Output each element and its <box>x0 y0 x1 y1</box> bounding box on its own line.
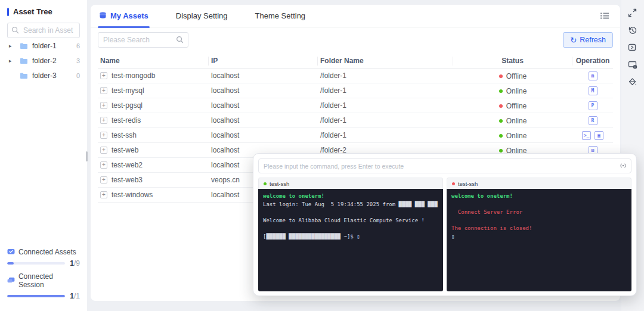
asset-folder: /folder-1 <box>318 71 453 80</box>
tree-item-folder-3[interactable]: folder-3 0 <box>0 68 87 83</box>
pgsql-op-icon[interactable]: P <box>589 101 597 110</box>
asset-name: test-web <box>112 146 138 154</box>
connected-dot <box>264 182 267 185</box>
recent-list-icon[interactable] <box>600 11 609 20</box>
terminal-pane-header[interactable]: test-ssh <box>258 178 443 189</box>
asset-ip: localhost <box>209 116 318 125</box>
asset-folder: /folder-1 <box>318 131 453 139</box>
stat-value: 1/9 <box>70 259 80 268</box>
folder-count: 6 <box>76 42 80 49</box>
folder-icon <box>20 42 28 49</box>
expand-row-icon[interactable]: + <box>100 72 107 79</box>
column-header-operation: Operation <box>572 57 613 66</box>
table-row: +test-ssh localhost /folder-1 Online >_▣ <box>98 128 613 143</box>
sidebar-resize-handle[interactable] <box>86 151 88 161</box>
connected-assets-label: Connected Assets <box>7 248 80 256</box>
table-row: +test-pgsql localhost /folder-1 Offline … <box>98 98 613 113</box>
terminal-line: Last login: Tue Aug 5 19:34:55 2025 from… <box>263 201 438 209</box>
terminal-op-icon[interactable]: >_ <box>582 131 591 140</box>
mongodb-op-icon[interactable]: m <box>589 71 597 80</box>
tree-item-folder-2[interactable]: ▸ folder-2 3 <box>0 53 87 68</box>
stat-value: 1/1 <box>70 292 80 300</box>
expand-row-icon[interactable]: + <box>100 176 107 184</box>
expand-row-icon[interactable]: + <box>100 87 107 94</box>
sidebar-title-text: Asset Tree <box>13 7 52 16</box>
asset-name: test-ssh <box>112 131 137 139</box>
table-row: +test-mongodb localhost /folder-1 Offlin… <box>98 69 613 83</box>
folder-label[interactable]: folder-1 <box>32 42 57 50</box>
error-dot <box>452 182 455 185</box>
connected-session-icon <box>7 277 15 284</box>
column-header-ip: IP <box>209 57 318 66</box>
telnet-op-icon[interactable]: ▣ <box>595 131 603 140</box>
asset-tree-sidebar: Asset Tree ▸ folder-1 6 ▸ folder-2 3 <box>0 0 87 311</box>
terminal-line: ▯ <box>451 233 627 241</box>
terminal-pane-header[interactable]: test-ssh <box>447 178 631 189</box>
terminal-title: test-ssh <box>458 181 478 187</box>
mysql-op-icon[interactable]: M <box>589 86 597 95</box>
expand-row-icon[interactable]: + <box>100 102 107 109</box>
tree-item-folder-1[interactable]: ▸ folder-1 6 <box>0 38 87 53</box>
oneterm-workspace: Asset Tree ▸ folder-1 6 ▸ folder-2 3 <box>0 0 644 311</box>
asset-folder: /folder-1 <box>318 101 453 110</box>
asset-name: test-pgsql <box>112 101 143 110</box>
expand-row-icon[interactable]: + <box>100 161 107 169</box>
tab-theme-setting[interactable]: Theme Setting <box>255 5 306 27</box>
terminal-line: The connection is closed! <box>451 225 627 233</box>
folder-count: 0 <box>76 72 80 79</box>
connected-assets-progress: 1/9 <box>7 259 80 268</box>
connected-session-progress: 1/1 <box>7 292 80 300</box>
tab-display-setting[interactable]: Display Setting <box>176 5 228 27</box>
redis-op-icon[interactable]: R <box>589 116 597 125</box>
table-row: +test-redis localhost /folder-1 Online R <box>98 113 613 128</box>
terminal-line <box>451 217 627 225</box>
terminal-line <box>263 209 438 217</box>
table-search-input[interactable] <box>98 32 188 48</box>
progress-fill <box>7 295 65 297</box>
status-badge: Online <box>499 117 527 125</box>
table-header: Name IP Folder Name Status Operation <box>98 54 613 69</box>
asset-ip: localhost <box>209 131 318 139</box>
asset-name: test-web2 <box>112 161 143 169</box>
terminal-line <box>451 201 627 209</box>
terminal-screen[interactable]: welcome to oneterm! Last login: Tue Aug … <box>258 189 443 291</box>
folder-label[interactable]: folder-2 <box>32 57 57 65</box>
caret-right-icon[interactable]: ▸ <box>9 58 15 64</box>
broadcast-icon[interactable] <box>619 161 627 170</box>
terminal-screen[interactable]: welcome to oneterm! Connect Server Error… <box>447 189 631 291</box>
terminal-line: welcome to oneterm! <box>263 192 438 201</box>
expand-row-icon[interactable]: + <box>100 191 107 198</box>
caret-right-icon[interactable]: ▸ <box>9 43 15 49</box>
terminal-line: [██████ ████████████████ ~]$ ▯ <box>263 233 438 241</box>
expand-row-icon[interactable]: + <box>100 132 107 139</box>
online-dot <box>499 149 503 153</box>
column-header-status: Status <box>453 57 572 66</box>
fullscreen-icon[interactable] <box>628 8 637 18</box>
expand-row-icon[interactable]: + <box>100 117 107 124</box>
progress-fill <box>7 262 14 265</box>
folder-icon <box>20 72 28 79</box>
terminal-pane-1: test-ssh welcome to oneterm! Last login:… <box>258 178 443 291</box>
folder-label[interactable]: folder-3 <box>32 71 57 80</box>
connected-session-label: Connected Session <box>7 272 80 289</box>
terminal-line: Connect Server Error <box>451 209 627 217</box>
terminal-panes: test-ssh welcome to oneterm! Last login:… <box>258 178 631 291</box>
new-window-icon[interactable] <box>628 43 637 52</box>
refresh-button[interactable]: ↻ Refresh <box>563 32 613 48</box>
expand-row-icon[interactable]: + <box>100 147 107 154</box>
tab-label: Display Setting <box>176 11 228 20</box>
theme-bucket-icon[interactable] <box>628 77 637 87</box>
session-history-icon[interactable] <box>628 26 637 35</box>
column-header-name: Name <box>98 57 209 66</box>
status-badge: Online <box>499 132 527 140</box>
online-dot <box>499 119 503 123</box>
sidebar-title: Asset Tree <box>7 7 87 16</box>
asset-ip: localhost <box>209 86 318 95</box>
multi-terminal-window: test-ssh welcome to oneterm! Last login:… <box>253 153 637 296</box>
display-settings-icon[interactable] <box>628 60 637 70</box>
terminal-line: welcome to oneterm! <box>451 192 627 201</box>
folder-count: 3 <box>76 57 80 64</box>
command-input[interactable] <box>258 158 631 173</box>
progress-track <box>7 295 65 297</box>
tab-my-assets[interactable]: My Assets <box>99 5 148 27</box>
